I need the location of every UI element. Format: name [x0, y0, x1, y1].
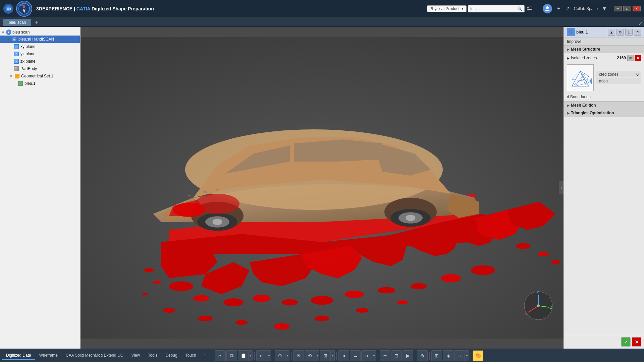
svg-point-69 [187, 195, 191, 197]
svg-point-68 [216, 189, 219, 191]
tree-item-geoset[interactable]: ▼ Geometrical Set 1 [0, 72, 80, 80]
snap-dropdown[interactable]: ▼ [331, 350, 335, 361]
menu-item-touch[interactable]: Touch [181, 352, 200, 360]
tree-item-partbody[interactable]: PartBody [0, 65, 80, 72]
tree-toggle-handi[interactable]: ▼ [7, 38, 11, 41]
menu-item-view[interactable]: View [127, 352, 144, 360]
close-button[interactable]: ✕ [633, 6, 641, 11]
paste-icon[interactable]: 📋 [238, 350, 249, 361]
grid-icon[interactable]: ⊞ [431, 350, 442, 361]
search-input[interactable] [468, 5, 515, 12]
svg-point-27 [253, 295, 271, 302]
rotate-dropdown[interactable]: ▼ [315, 350, 319, 361]
xy-plane-label: xy plane [20, 44, 36, 49]
panel-info[interactable]: ℹ [625, 29, 633, 36]
tag-button[interactable]: 🏷 [527, 5, 533, 12]
color-icon[interactable]: 🎨 [473, 350, 483, 361]
cloud2-dropdown[interactable]: ▼ [372, 350, 376, 361]
undo-dropdown[interactable]: ▼ [267, 350, 271, 361]
search-button[interactable]: 🔍 [515, 5, 524, 12]
compass-button[interactable]: N 3DX [16, 1, 32, 17]
mesh-structure-label: Mesh Structure [571, 47, 600, 52]
svg-point-33 [441, 274, 461, 282]
svg-point-66 [173, 202, 205, 217]
collab-space[interactable]: Collab Space [574, 6, 598, 11]
menu-item-caa-solid[interactable]: CAA Solid MechMod Extend UC [62, 352, 127, 360]
confirm-ok-button[interactable]: ✓ [621, 337, 631, 347]
panel-header-icons: ▲ ⚙ ℹ ↻ [608, 29, 641, 36]
select-icon[interactable]: ⊕ [275, 350, 285, 361]
cloud2-icon[interactable]: ⠶ [361, 350, 372, 361]
panel-settings[interactable]: ⚙ [616, 29, 624, 36]
product-selector[interactable]: Physical Product ▼ [427, 5, 466, 12]
svg-point-47 [551, 260, 560, 264]
partbody-label: PartBody [20, 66, 37, 71]
confirm-cancel-button[interactable]: ✕ [632, 337, 641, 347]
points-icon[interactable]: ⠿ [338, 350, 349, 361]
paste-dropdown[interactable]: ▼ [249, 350, 253, 361]
surface2-dropdown[interactable]: ▼ [465, 350, 469, 361]
menu-item-debug[interactable]: Debug [161, 352, 181, 360]
zx-plane-label: zx plane [20, 59, 36, 64]
panel-refresh[interactable]: ↻ [634, 29, 641, 36]
minimize-button[interactable]: ─ [614, 6, 622, 11]
separator-4 [336, 352, 337, 360]
user-icon[interactable] [543, 4, 552, 13]
share-icon[interactable]: ↗ [566, 5, 570, 12]
rotate-icon[interactable]: ⟲ [305, 350, 315, 361]
play-icon[interactable]: ▶ [402, 350, 413, 361]
tree-root[interactable]: ▼ bleu scan [0, 29, 80, 36]
search-bar[interactable]: 🔍 [468, 5, 525, 12]
tree-item-yz-plane[interactable]: P yz plane [0, 50, 80, 58]
snap-icon[interactable]: ⊞ [320, 350, 331, 361]
undo-icon[interactable]: ↩ [256, 350, 267, 361]
add-tab-button[interactable]: + [33, 19, 40, 26]
isolated-visibility-button[interactable]: 👁 [627, 55, 634, 61]
analyze-icon[interactable]: ⚯ [380, 350, 390, 361]
separator-2 [273, 352, 273, 360]
isolated-expand[interactable]: ▶ [567, 56, 570, 60]
svg-point-28 [282, 299, 298, 305]
isolated-zones-value: 2169 [612, 56, 626, 60]
3d-viewport[interactable]: Y Z X ‹ [80, 27, 564, 349]
svg-text:Z: Z [550, 306, 552, 309]
mesh-edition-expand-icon: ▶ [567, 104, 570, 107]
titlebar: 3D N 3DX 3DEXPERIENCE | CATIA Digitized … [0, 0, 644, 17]
select-dropdown[interactable]: ▼ [285, 350, 289, 361]
lighting-icon[interactable]: ☀ [293, 350, 304, 361]
geoset-icon [14, 73, 20, 79]
cloud-icon[interactable]: ☁ [350, 350, 361, 361]
copy-icon[interactable]: ⧉ [226, 350, 237, 361]
tree-selected-item[interactable]: ▼ M bleu.stl HandiSCAN [0, 36, 80, 43]
tree-item-mesh[interactable]: bleu.1 [0, 80, 80, 87]
svg-point-44 [163, 308, 175, 313]
maximize-viewport-icon[interactable]: ⤢ [639, 21, 643, 26]
surface-icon[interactable]: ◈ [443, 350, 453, 361]
triangles-opt-header[interactable]: ▶ Triangles Optimization [564, 109, 644, 117]
tree-toggle-geoset[interactable]: ▼ [9, 74, 14, 78]
plus-icon[interactable]: ＋ [556, 5, 561, 12]
expand-right-arrow[interactable]: ‹ [559, 181, 564, 194]
surface2-icon[interactable]: ⟐ [454, 350, 465, 361]
active-tab[interactable]: bleu scan [3, 19, 31, 26]
svg-point-39 [356, 308, 369, 313]
panel-nav-up[interactable]: ▲ [608, 29, 615, 36]
mesh-edition-header[interactable]: ▶ Mesh Edition [564, 102, 644, 109]
collab-dropdown-icon[interactable]: ▼ [602, 6, 607, 12]
tree-item-zx-plane[interactable]: P zx plane [0, 58, 80, 65]
svg-point-9 [8, 32, 9, 33]
lasso-icon[interactable]: ⊛ [417, 350, 428, 361]
measure-icon[interactable]: ⊡ [391, 350, 402, 361]
menu-item-tools[interactable]: Tools [144, 352, 161, 360]
maximize-button[interactable]: □ [623, 6, 631, 11]
cut-icon[interactable]: ✂ [215, 350, 226, 361]
tree-toggle-root[interactable]: ▼ [1, 31, 6, 34]
menu-item-wireframe[interactable]: Wireframe [35, 352, 62, 360]
mesh-structure-header[interactable]: ▶ Mesh Structure [564, 46, 644, 53]
tree-item-xy-plane[interactable]: P xy plane [0, 43, 80, 50]
ation-row: ation [596, 78, 641, 84]
menu-item-more[interactable]: » [200, 352, 211, 360]
isolated-delete-button[interactable]: ✕ [635, 55, 641, 61]
menu-item-digitized-data[interactable]: Digitized Data [2, 352, 35, 360]
tree-panel: ▼ bleu scan ▼ M bleu.stl HandiSCAN P xy … [0, 27, 80, 349]
